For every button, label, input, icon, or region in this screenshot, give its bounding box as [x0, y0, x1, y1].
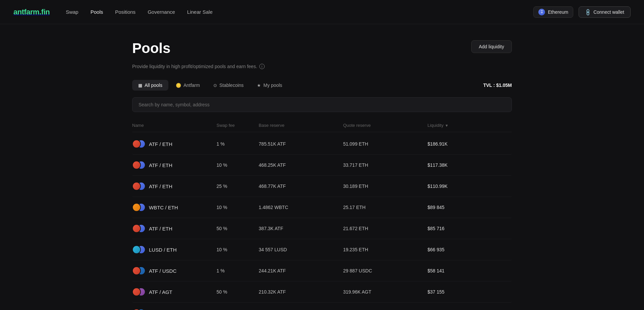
logo-accent: .fin [39, 8, 50, 16]
search-input[interactable] [132, 97, 512, 112]
th-liquidity[interactable]: Liquidity ▼ [427, 123, 512, 128]
logo-text: antfarm [13, 8, 39, 16]
pair-label: ATF / ETH [149, 162, 172, 168]
pool-name-cell: LUSD / ETH [132, 245, 217, 254]
nav-link-governance[interactable]: Governance [148, 9, 175, 15]
quote-reserve-cell: 51.099 ETH [343, 141, 428, 147]
pair-label: WBTC / ETH [149, 205, 178, 210]
pair-label: ATF / ETH [149, 141, 172, 147]
quote-reserve-cell: 25.17 ETH [343, 205, 428, 210]
token-a-icon [132, 140, 141, 148]
pair-icons [132, 245, 146, 254]
tab-stablecoins-label: Stablecoins [219, 83, 244, 88]
table-row[interactable]: ATF / ETH 10 % 468.25K ATF 33.717 ETH $1… [132, 155, 512, 176]
tvl-display: TVL : $1.05M [483, 83, 512, 88]
tabs: ▦ All pools 🪙 Antfarm ⊙ Stablecoins ★ My… [132, 80, 288, 91]
base-reserve-cell: 785.51K ATF [259, 141, 343, 147]
navbar: antfarm.fin Swap Pools Positions Governa… [0, 0, 644, 24]
logo[interactable]: antfarm.fin [13, 8, 66, 16]
pair-icons [132, 203, 146, 212]
connect-wallet-label: Connect wallet [593, 9, 624, 15]
swap-fee-cell: 10 % [217, 162, 259, 168]
subtitle-text: Provide liquidity in high profit/optimiz… [132, 64, 257, 69]
nav-link-pools[interactable]: Pools [91, 9, 103, 15]
pool-table: Name Swap fee Base reserve Quote reserve… [132, 123, 512, 310]
token-a-icon [132, 288, 141, 296]
swap-fee-cell: 10 % [217, 247, 259, 252]
quote-reserve-cell: 29 887 USDC [343, 268, 428, 273]
pair-icons [132, 161, 146, 169]
liquidity-cell: $117.38K [427, 162, 512, 168]
tvl-label: TVL : [483, 83, 495, 88]
pool-name-cell: WBTC / ETH [132, 203, 217, 212]
swap-fee-cell: 1 % [217, 141, 259, 147]
liquidity-cell: $110.99K [427, 184, 512, 189]
tab-all-pools-label: All pools [145, 83, 162, 88]
swap-fee-cell: 50 % [217, 289, 259, 295]
ethereum-icon: Ξ [538, 9, 545, 15]
table-row[interactable]: WBTC / ETH 10 % 1.4862 WBTC 25.17 ETH $8… [132, 197, 512, 218]
pair-icons [132, 309, 146, 310]
connect-wallet-button[interactable]: 🔗 Connect wallet [579, 6, 631, 18]
nav-links: Swap Pools Positions Governance Linear S… [66, 9, 533, 15]
pool-name-cell: ATF / ETH [132, 161, 217, 169]
base-reserve-cell: 210.32K ATF [259, 289, 343, 295]
table-row[interactable]: ATF / AGT 50 % 210.32K ATF 319.96K AGT $… [132, 281, 512, 303]
pair-icons [132, 182, 146, 191]
pair-icons [132, 288, 146, 296]
tab-row: ▦ All pools 🪙 Antfarm ⊙ Stablecoins ★ My… [132, 80, 512, 91]
table-body: ATF / ETH 1 % 785.51K ATF 51.099 ETH $18… [132, 134, 512, 310]
base-reserve-cell: 1.4862 WBTC [259, 205, 343, 210]
base-reserve-cell: 468.25K ATF [259, 162, 343, 168]
liquidity-cell: $186.91K [427, 141, 512, 147]
tab-all-pools[interactable]: ▦ All pools [132, 80, 168, 91]
table-row[interactable]: ATF / ETH 25 % 468.77K ATF 30.189 ETH $1… [132, 176, 512, 197]
table-header: Name Swap fee Base reserve Quote reserve… [132, 123, 512, 132]
th-quote-reserve: Quote reserve [343, 123, 428, 128]
base-reserve-cell: 34 557 LUSD [259, 247, 343, 252]
page-title: Pools [132, 40, 170, 56]
swap-fee-cell: 1 % [217, 268, 259, 273]
th-liquidity-label: Liquidity [427, 123, 443, 128]
nav-link-swap[interactable]: Swap [66, 9, 78, 15]
info-icon[interactable]: i [259, 64, 265, 69]
network-badge[interactable]: Ξ Ethereum [533, 6, 573, 18]
tab-antfarm-label: Antfarm [183, 83, 200, 88]
stablecoins-icon: ⊙ [213, 83, 217, 88]
liquidity-cell: $89 845 [427, 205, 512, 210]
tab-antfarm[interactable]: 🪙 Antfarm [170, 80, 206, 91]
table-row[interactable]: ATF / USDC 1 % 244.21K ATF 29 887 USDC $… [132, 260, 512, 281]
token-a-icon [132, 182, 141, 191]
nav-link-linear-sale[interactable]: Linear Sale [187, 9, 213, 15]
th-base-reserve: Base reserve [259, 123, 343, 128]
swap-fee-cell: 50 % [217, 226, 259, 231]
pair-label: ATF / ETH [149, 226, 172, 231]
pair-label: ATF / ETH [149, 184, 172, 189]
sort-arrow-icon: ▼ [445, 123, 448, 127]
pool-name-cell: ATF / ETH [132, 140, 217, 148]
add-liquidity-button[interactable]: Add liquidity [471, 40, 512, 53]
base-reserve-cell: 244.21K ATF [259, 268, 343, 273]
token-a-icon [132, 203, 141, 212]
swap-fee-cell: 25 % [217, 184, 259, 189]
base-reserve-cell: 387.3K ATF [259, 226, 343, 231]
pair-label: LUSD / ETH [149, 247, 177, 253]
nav-right: Ξ Ethereum 🔗 Connect wallet [533, 6, 631, 18]
tab-my-pools[interactable]: ★ My pools [251, 80, 288, 91]
table-row[interactable]: ATF / USDC 10 % 141.65K ATF 19.696 USDC … [132, 303, 512, 310]
table-row[interactable]: ATF / ETH 1 % 785.51K ATF 51.099 ETH $18… [132, 134, 512, 155]
table-row[interactable]: ATF / ETH 50 % 387.3K ATF 21.672 ETH $85… [132, 218, 512, 239]
table-row[interactable]: LUSD / ETH 10 % 34 557 LUSD 19.235 ETH $… [132, 239, 512, 260]
token-a-icon [132, 266, 141, 275]
swap-fee-cell: 10 % [217, 205, 259, 210]
tab-stablecoins[interactable]: ⊙ Stablecoins [207, 80, 250, 91]
nav-link-positions[interactable]: Positions [115, 9, 136, 15]
pair-label: ATF / AGT [149, 289, 172, 295]
token-a-icon [132, 224, 141, 233]
token-a-icon [132, 245, 141, 254]
pool-name-cell: ATF / ETH [132, 182, 217, 191]
page-subtitle: Provide liquidity in high profit/optimiz… [132, 64, 512, 69]
quote-reserve-cell: 319.96K AGT [343, 289, 428, 295]
antfarm-icon: 🪙 [176, 83, 181, 88]
all-pools-icon: ▦ [138, 83, 142, 88]
